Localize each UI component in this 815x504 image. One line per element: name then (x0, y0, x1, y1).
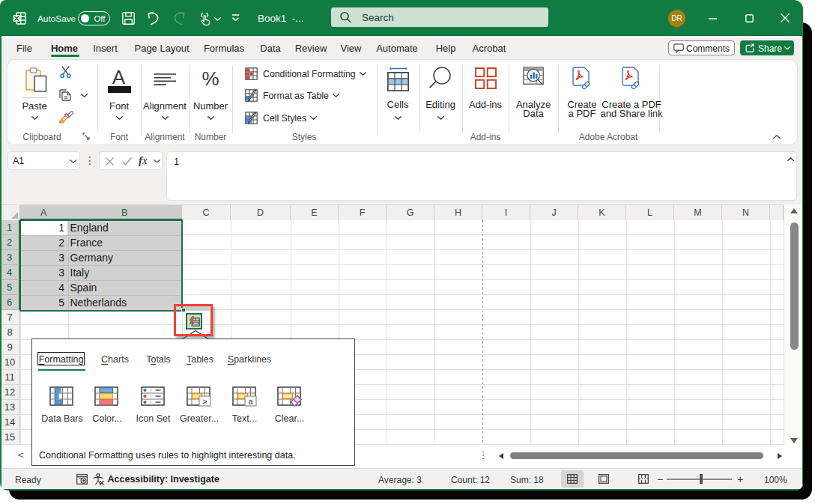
svg-text:>: > (202, 397, 207, 406)
svg-text:a: a (248, 397, 253, 406)
